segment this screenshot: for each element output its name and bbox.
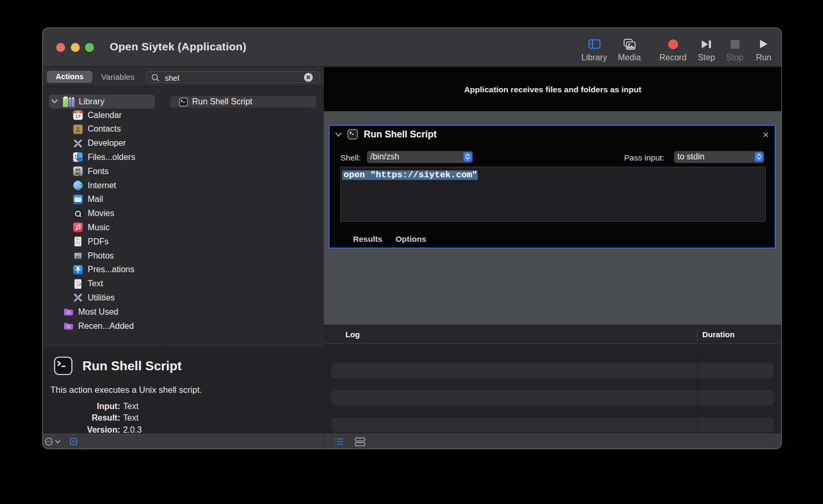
svg-text:AA: AA — [76, 168, 81, 171]
svg-text:17: 17 — [75, 113, 81, 119]
svg-text:AQ: AQ — [76, 171, 81, 176]
